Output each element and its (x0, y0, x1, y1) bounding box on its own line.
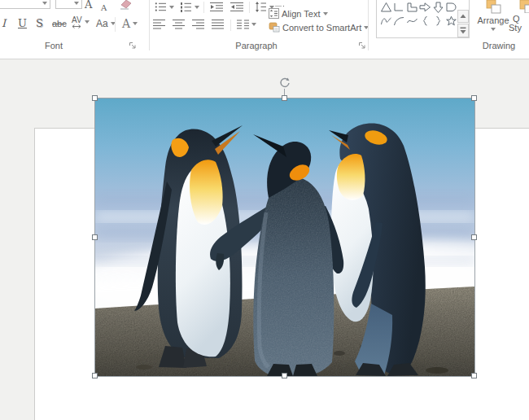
increase-indent-icon (230, 2, 244, 12)
rotation-handle[interactable] (278, 77, 291, 90)
text-direction-icon (274, 0, 287, 7)
decrease-indent-button[interactable] (210, 2, 224, 12)
penguins-picture[interactable] (95, 98, 474, 376)
justify-icon (212, 19, 224, 30)
quick-styles-icon (519, 0, 529, 13)
numbering-icon (180, 2, 192, 12)
shrink-font-glyph: A (101, 0, 107, 16)
shape-left-brace[interactable] (419, 15, 431, 27)
resize-handle-top-right[interactable] (471, 95, 477, 101)
chevron-down-icon (74, 2, 79, 5)
drawing-group-label: Drawing (479, 41, 519, 50)
shape-right-brace[interactable] (432, 15, 444, 27)
numbering-button[interactable] (180, 2, 199, 12)
penguins-photo-graphic (95, 98, 474, 376)
clear-formatting-button[interactable] (119, 0, 133, 10)
chevron-down-icon (491, 28, 496, 31)
align-center-icon (173, 19, 185, 30)
chevron-down-icon (133, 22, 138, 25)
eraser-icon (119, 0, 133, 10)
align-center-button[interactable] (173, 19, 185, 30)
change-case-button[interactable]: Aa (96, 15, 116, 32)
resize-handle-middle-left[interactable] (92, 234, 98, 240)
font-color-button[interactable]: A (122, 15, 138, 32)
ribbon: A A I U S abc AV (0, 0, 529, 59)
columns-icon (237, 19, 249, 30)
align-text-button[interactable]: Align Text (269, 8, 328, 19)
convert-to-smartart-button[interactable]: Convert to SmartArt (269, 22, 369, 33)
font-size-combobox[interactable] (55, 0, 82, 9)
increase-indent-button[interactable] (230, 2, 244, 12)
shape-down-arrow[interactable] (432, 2, 444, 13)
chevron-down-icon (85, 20, 90, 24)
text-shadow-glyph: S (36, 15, 43, 32)
chevron-down-icon (195, 6, 199, 9)
smartart-icon (269, 22, 280, 33)
shapes-gallery (376, 0, 470, 38)
font-name-combobox[interactable] (0, 0, 50, 9)
align-text-label: Align Text (282, 9, 321, 19)
chevron-down-icon (323, 12, 328, 15)
quick-styles-label-line2: Sty (509, 23, 522, 33)
align-text-icon (269, 8, 279, 19)
left-right-arrows-icon (72, 24, 81, 28)
powerpoint-window: A A I U S abc AV (0, 0, 529, 420)
decrease-indent-icon (210, 2, 224, 12)
quick-styles-button[interactable]: Q Sty (508, 0, 529, 37)
font-group-label: Font (37, 41, 70, 50)
align-right-button[interactable] (192, 19, 204, 30)
columns-button[interactable] (237, 19, 256, 30)
strikethrough-glyph: abc (52, 15, 67, 32)
line-spacing-icon (255, 2, 267, 12)
shape-l-shape[interactable] (406, 2, 418, 13)
arrange-icon (485, 0, 501, 14)
bullets-button[interactable] (155, 2, 174, 12)
shapes-more-button[interactable] (457, 24, 469, 37)
paragraph-group-label: Paragraph (220, 41, 293, 50)
shape-curve[interactable] (406, 15, 418, 27)
underline-button[interactable]: U (18, 15, 27, 32)
paragraph-dialog-launcher[interactable] (358, 42, 366, 50)
resize-handle-bottom-center[interactable] (282, 373, 287, 378)
shape-triangle[interactable] (380, 2, 392, 13)
align-left-button[interactable] (153, 19, 165, 30)
justify-button[interactable] (212, 19, 224, 30)
underline-glyph: U (18, 15, 27, 32)
text-direction-button[interactable] (274, 0, 287, 7)
shape-freeform-elbow[interactable] (393, 2, 405, 13)
chevron-down-icon (169, 6, 174, 9)
shapes-scroll-up-button[interactable] (457, 10, 469, 23)
shrink-font-button[interactable]: A (101, 0, 107, 16)
convert-to-smartart-label: Convert to SmartArt (282, 23, 361, 33)
shape-right-arrow[interactable] (419, 2, 431, 13)
resize-handle-top-left[interactable] (92, 95, 98, 101)
grow-font-button[interactable]: A (85, 0, 92, 13)
resize-handle-bottom-left[interactable] (92, 373, 98, 378)
change-case-glyph: Aa (96, 15, 108, 32)
character-spacing-glyph: AV (72, 15, 82, 24)
resize-handle-top-center[interactable] (282, 95, 287, 101)
character-spacing-button[interactable]: AV (72, 15, 90, 28)
gallery-more-icon (459, 26, 467, 35)
grow-font-glyph: A (85, 0, 92, 13)
text-shadow-button[interactable]: S (36, 15, 43, 32)
align-left-icon (153, 19, 165, 30)
shape-arc[interactable] (393, 15, 405, 27)
arrange-label: Arrange (477, 15, 509, 25)
shape-flowchart-delay[interactable] (445, 2, 457, 13)
shape-star[interactable] (445, 15, 457, 27)
shape-scribble[interactable] (380, 15, 392, 27)
bullets-icon (155, 2, 167, 12)
font-dialog-launcher[interactable] (129, 42, 137, 50)
resize-handle-middle-right[interactable] (471, 234, 477, 240)
italic-glyph: I (2, 15, 6, 32)
font-color-glyph: A (122, 15, 130, 32)
strikethrough-button[interactable]: abc (52, 15, 67, 32)
scroll-up-icon (459, 13, 467, 20)
align-right-icon (192, 19, 204, 30)
chevron-down-icon (251, 23, 256, 26)
resize-handle-bottom-right[interactable] (471, 373, 477, 378)
italic-button[interactable]: I (2, 15, 6, 32)
chevron-down-icon (42, 2, 47, 5)
character-spacing-stack: AV (72, 15, 82, 28)
